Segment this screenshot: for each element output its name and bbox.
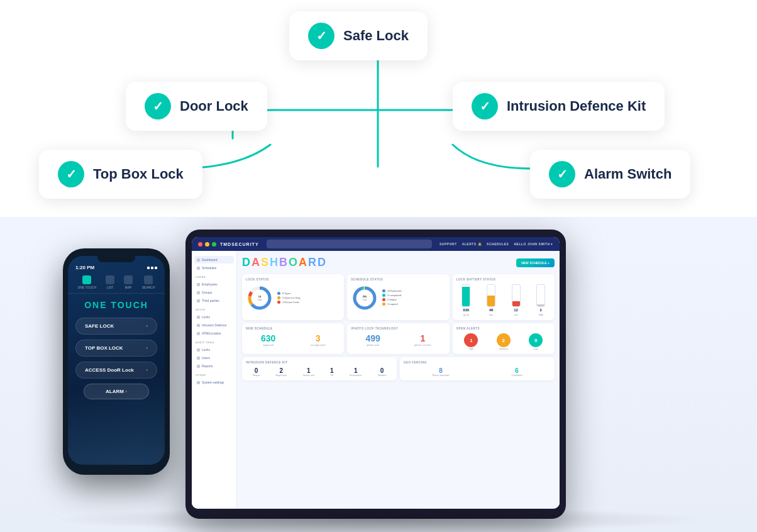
sidebar-schedules[interactable]: Schedules — [194, 264, 234, 272]
expired-label: 3 expired — [387, 302, 397, 306]
approved-stat: 630 approved — [261, 333, 275, 346]
phone-notch — [97, 256, 135, 262]
return-requested-item: 8 Return requested — [433, 367, 450, 377]
temperature-label: Temperature — [350, 374, 362, 377]
legend-open-long: 2 Open too long — [277, 296, 340, 299]
tamper-mat-label: Tamper mat — [302, 374, 314, 377]
battery-na-fill — [537, 304, 544, 306]
nav-schedules[interactable]: SCHEDULES — [487, 242, 509, 246]
open-alerts-card: OPEN ALERTS 1 high 2 medium — [453, 323, 555, 354]
access-door-btn-label: ACCESS DooR Lock — [85, 367, 134, 373]
legend-duress: 1 Duress Code — [277, 301, 340, 304]
sidebar-third-parties-label: Third parties — [202, 299, 219, 302]
setup-section-label: SETUP — [196, 308, 233, 311]
svg-text:Total: Total — [258, 299, 262, 301]
not-approved-stat: 3 not approved — [311, 333, 325, 346]
high-label: high — [464, 347, 478, 350]
url-bar[interactable] — [267, 240, 432, 248]
door-lock-box: Door Lock — [126, 82, 267, 131]
medium-badge: 2 — [497, 333, 511, 347]
failed-label: 0 Failed — [387, 298, 396, 301]
access-door-lock-button[interactable]: ACCESS DooR Lock › — [75, 362, 157, 379]
safe-lock-button[interactable]: SAFE LOCK › — [75, 318, 157, 335]
atm-icon — [197, 332, 200, 335]
new-schedule-button[interactable]: NEW SCHEDULE + — [516, 258, 555, 267]
tilt-item: 1 Tilt — [330, 367, 334, 377]
nav-links: SUPPORT ALERTS 🔔 SCHEDULES HELLO JOHN SM… — [439, 242, 553, 246]
iphoto-sent-label: iphoto sent — [366, 343, 380, 346]
completed-item: 9 completed — [382, 294, 445, 297]
not-approved-value: 3 — [311, 333, 325, 343]
open-long-label: 2 Open too long — [282, 296, 300, 299]
sidebar-audit-users[interactable]: Users — [194, 354, 234, 362]
geo-fencing-title: GEO FENCING — [404, 361, 551, 364]
phone-nav-list[interactable]: LIST — [106, 275, 114, 289]
top-box-lock-button[interactable]: TOP BOX LOCK › — [75, 340, 157, 357]
phone-nav-map[interactable]: MAP — [124, 275, 133, 289]
battery-out: 12 out — [512, 284, 521, 316]
sidebar-employees[interactable]: Employees — [194, 280, 234, 288]
battery-icon — [155, 267, 157, 269]
safe-lock-btn-label: SAFE LOCK — [85, 323, 114, 329]
alarm-button[interactable]: ALARM › — [84, 384, 149, 399]
intrusion-icon — [197, 324, 200, 327]
sidebar-schedules-label: Schedules — [202, 266, 216, 270]
sidebar-groups[interactable]: Groups — [194, 289, 234, 296]
title-D2: RD — [308, 256, 327, 269]
tamper-mat-value: 1 — [302, 367, 314, 374]
sidebar-atm[interactable]: ATM/Location — [194, 330, 234, 337]
phone-nav-search[interactable]: SEARCH — [142, 275, 155, 289]
signal-icon — [147, 267, 150, 269]
nav-alerts[interactable]: ALERTS 🔔 — [462, 242, 482, 246]
users-section-label: USERS — [196, 275, 233, 279]
sidebar-reports[interactable]: Reports — [194, 362, 234, 370]
battery-good-label: good — [463, 313, 469, 316]
intrusion-card-title: INTRUSION DEFENCE KIT — [246, 361, 393, 364]
temperature-item: 1 Temperature — [350, 367, 362, 377]
tablet-frame: TMDSECURITY SUPPORT ALERTS 🔔 SCHEDULES H… — [185, 230, 566, 519]
battery-out-fill — [512, 301, 520, 307]
device-shadow — [50, 507, 710, 532]
sidebar-locks[interactable]: Locks — [194, 313, 234, 321]
phone-nav: ONE TOUCH LIST MAP SEARCH — [68, 273, 165, 294]
approved-label: approved — [261, 343, 275, 346]
door-lock-check-icon — [145, 93, 171, 119]
expired-dot — [382, 302, 385, 306]
map-nav-label: MAP — [124, 285, 131, 289]
feature-area: Safe Lock Door Lock Intrusion Defence Ki… — [0, 0, 757, 220]
title-H: H — [270, 256, 279, 269]
sidebar-audit-locks[interactable]: Locks — [194, 346, 234, 353]
nav-user[interactable]: HELLO JOHN SMITH ▾ — [514, 242, 553, 246]
sidebar-intrusion[interactable]: Intrusion Defence — [194, 321, 234, 329]
tamper-item: 0 Tamper — [253, 367, 260, 377]
audit-section-label: AUDIT TRAIL — [196, 341, 233, 344]
title-A: A — [251, 256, 261, 269]
battery-na-label: N/A — [539, 313, 543, 316]
sidebar-intrusion-label: Intrusion Defence — [202, 323, 226, 327]
lock-status-card: LOCK STATUS 14 Total — [242, 274, 344, 320]
vibration-item: 0 Vibration — [378, 367, 387, 377]
tamper-mat-item: 1 Tamper mat — [302, 367, 314, 377]
title-O: O — [289, 256, 299, 269]
sidebar-dashboard[interactable]: Dashboard — [194, 256, 234, 263]
tablet-screen: TMDSECURITY SUPPORT ALERTS 🔔 SCHEDULES H… — [192, 237, 560, 509]
illegal-open-label: Illegal open — [275, 374, 287, 377]
sidebar-settings[interactable]: System settings — [194, 379, 234, 386]
top-box-lock-box: Top Box Lock — [39, 150, 202, 199]
battery-na-value: 2 — [540, 308, 542, 312]
sidebar-third-parties[interactable]: Third parties — [194, 297, 234, 304]
intrusion-card: INTRUSION DEFENCE KIT 0 Tamper 2 Illegal… — [242, 357, 397, 380]
search-icon — [144, 275, 153, 284]
battery-good: 630 good — [461, 284, 470, 316]
title-D: D — [242, 256, 251, 269]
alarm-btn-label: ALARM — [106, 389, 124, 394]
door-lock-label: Door Lock — [180, 98, 248, 114]
vibration-value: 0 — [378, 367, 387, 374]
medium-label: medium — [497, 347, 511, 350]
nav-support[interactable]: SUPPORT — [439, 242, 457, 246]
top-box-check-icon — [58, 161, 84, 187]
geo-nums: 8 Return requested 6 Completed — [404, 367, 551, 377]
phone-nav-onetouch[interactable]: ONE TOUCH — [77, 275, 96, 289]
dashboard-content: Dashboard Schedules USERS Employees — [192, 251, 560, 509]
safe-lock-box: Safe Lock — [289, 11, 428, 60]
